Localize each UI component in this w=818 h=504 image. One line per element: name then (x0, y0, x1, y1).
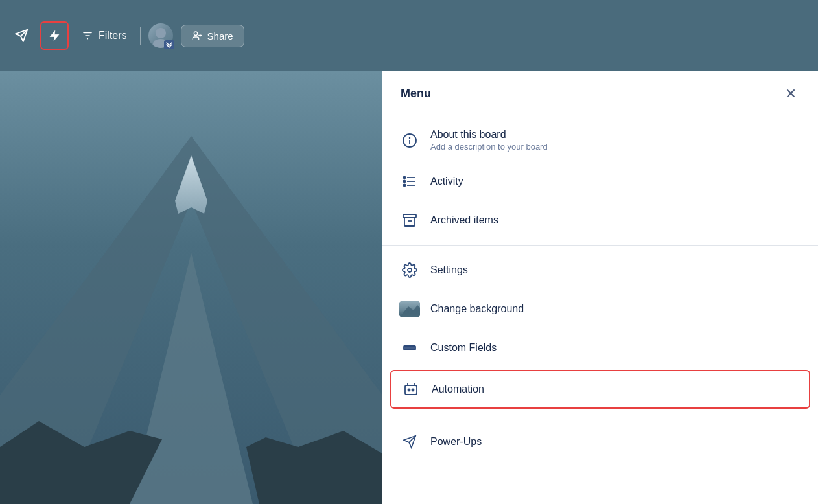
toolbar-left: Filters (10, 21, 244, 50)
archive-icon (401, 211, 419, 229)
board-area (0, 71, 382, 504)
avatar-badge (164, 40, 174, 49)
about-subtitle: Add a description to your board (430, 142, 548, 152)
menu-item-archived[interactable]: Archived items (382, 201, 818, 240)
about-title: About this board (430, 129, 548, 141)
gear-icon (401, 261, 419, 279)
change-background-content: Change background (430, 303, 524, 315)
share-button[interactable]: Share (181, 25, 244, 47)
info-icon (401, 132, 419, 150)
svg-marker-18 (246, 431, 382, 504)
toolbar-divider (140, 27, 141, 45)
automation-icon (402, 380, 420, 398)
svg-point-41 (408, 389, 410, 391)
archived-title: Archived items (430, 214, 498, 226)
custom-fields-content: Custom Fields (430, 342, 497, 354)
menu-item-change-background[interactable]: Change background (382, 290, 818, 328)
menu-item-about[interactable]: About this board Add a description to yo… (382, 119, 818, 162)
menu-section-1: About this board Add a description to yo… (382, 113, 818, 246)
settings-title: Settings (430, 264, 468, 276)
power-ups-title: Power-Ups (430, 436, 482, 448)
menu-panel: Menu (382, 71, 818, 504)
activity-icon (401, 172, 419, 190)
svg-point-6 (156, 28, 166, 38)
menu-items-container: About this board Add a description to yo… (382, 113, 818, 504)
svg-marker-2 (50, 31, 59, 41)
about-content: About this board Add a description to yo… (430, 129, 548, 152)
filters-label: Filters (99, 30, 127, 41)
automation-content: Automation (432, 384, 484, 395)
share-label: Share (207, 30, 233, 41)
menu-title: Menu (401, 87, 431, 100)
archived-content: Archived items (430, 214, 498, 226)
svg-rect-31 (404, 218, 415, 226)
avatar-container[interactable] (148, 23, 173, 48)
menu-section-2: Settings (382, 246, 818, 417)
mountain-background (0, 71, 382, 504)
activity-content: Activity (430, 176, 463, 187)
svg-point-42 (412, 389, 414, 391)
fields-icon (401, 339, 419, 357)
svg-point-28 (404, 181, 406, 183)
menu-item-power-ups[interactable]: Power-Ups (382, 422, 818, 461)
menu-section-3: Power-Ups (382, 417, 818, 466)
filters-button[interactable]: Filters (76, 26, 132, 45)
svg-point-33 (408, 268, 412, 272)
change-background-title: Change background (430, 303, 524, 315)
background-thumbnail (399, 301, 420, 317)
menu-item-custom-fields[interactable]: Custom Fields (382, 328, 818, 367)
activity-title: Activity (430, 176, 463, 187)
main-content: Menu (0, 71, 818, 504)
powerups-icon (401, 433, 419, 451)
lightning-button[interactable] (40, 21, 69, 50)
menu-item-settings[interactable]: Settings (382, 251, 818, 290)
toolbar: Filters (0, 0, 818, 71)
automation-title: Automation (432, 384, 484, 395)
close-button[interactable] (782, 84, 800, 102)
svg-point-27 (404, 177, 406, 179)
svg-rect-38 (405, 385, 417, 395)
navigate-button[interactable] (10, 25, 32, 47)
menu-item-automation[interactable]: Automation (390, 370, 810, 409)
menu-header: Menu (382, 71, 818, 113)
svg-point-29 (404, 185, 406, 187)
menu-item-activity[interactable]: Activity (382, 162, 818, 201)
settings-content: Settings (430, 264, 468, 276)
image-icon (401, 300, 419, 318)
svg-point-8 (194, 32, 197, 35)
power-ups-content: Power-Ups (430, 436, 482, 448)
custom-fields-title: Custom Fields (430, 342, 497, 354)
